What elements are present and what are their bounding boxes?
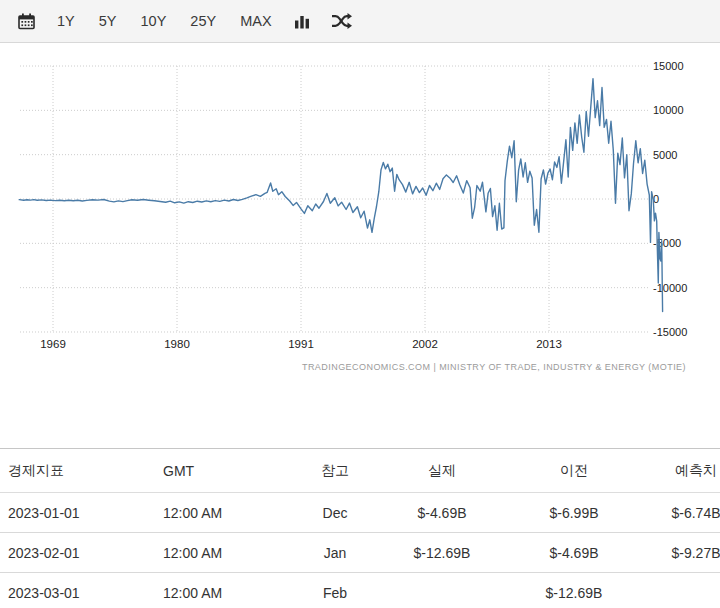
cell-gmt: 12:00 AM: [149, 533, 294, 573]
header-actual: 실제: [376, 449, 508, 493]
x-axis-tick: 1980: [164, 338, 190, 350]
cell-actual: [376, 573, 508, 608]
cell-previous: $-6.99B: [508, 493, 640, 533]
cell-previous: $-12.69B: [508, 573, 640, 608]
header-previous: 이전: [508, 449, 640, 493]
x-axis-tick: 1969: [40, 338, 66, 350]
header-reference: 참고: [294, 449, 376, 493]
x-axis-tick: 2002: [412, 338, 438, 350]
chart-type-button[interactable]: [284, 8, 321, 35]
range-button-5y[interactable]: 5Y: [87, 8, 129, 35]
cell-gmt: 12:00 AM: [149, 493, 294, 533]
bar-chart-icon: [294, 14, 311, 29]
economic-calendar-table: 경제지표 GMT 참고 실제 이전 예측치 2023-01-0112:00 AM…: [0, 448, 720, 608]
cell-reference: Jan: [294, 533, 376, 573]
header-gmt: GMT: [149, 449, 294, 493]
cell-forecast: [640, 573, 720, 608]
compare-button[interactable]: [321, 7, 362, 35]
calendar-icon: [18, 13, 35, 30]
cell-actual: $-4.69B: [376, 493, 508, 533]
cell-reference: Feb: [294, 573, 376, 608]
chart-toolbar: 1Y 5Y 10Y 25Y MAX: [0, 0, 720, 43]
y-axis-tick: 15000: [653, 60, 684, 72]
range-button-10y[interactable]: 10Y: [129, 8, 179, 35]
cell-date: 2023-03-01: [0, 573, 149, 608]
table-row[interactable]: 2023-02-0112:00 AMJan$-12.69B$-4.69B$-9.…: [0, 533, 720, 573]
cell-previous: $-4.69B: [508, 533, 640, 573]
cell-date: 2023-01-01: [0, 493, 149, 533]
x-axis-tick: 1991: [288, 338, 314, 350]
y-axis-tick: -15000: [653, 326, 687, 338]
header-forecast: 예측치: [640, 449, 720, 493]
cell-forecast: $-6.74B: [640, 493, 720, 533]
cell-date: 2023-02-01: [0, 533, 149, 573]
range-button-25y[interactable]: 25Y: [178, 8, 228, 35]
table-row[interactable]: 2023-03-0112:00 AMFeb$-12.69B: [0, 573, 720, 608]
range-button-max[interactable]: MAX: [228, 8, 283, 35]
cell-gmt: 12:00 AM: [149, 573, 294, 608]
chart-attribution: TRADINGECONOMICS.COM | MINISTRY OF TRADE…: [0, 360, 720, 378]
y-axis-tick: 5000: [653, 149, 677, 161]
range-button-1y[interactable]: 1Y: [45, 8, 87, 35]
shuffle-icon: [331, 13, 352, 29]
trade-balance-chart: 150001000050000-5000-10000-1500019691980…: [0, 50, 720, 360]
cell-reference: Dec: [294, 493, 376, 533]
x-axis-tick: 2013: [536, 338, 562, 350]
cell-actual: $-12.69B: [376, 533, 508, 573]
cell-forecast: $-9.27B: [640, 533, 720, 573]
header-indicator: 경제지표: [0, 449, 149, 493]
y-axis-tick: 10000: [653, 104, 684, 116]
table-row[interactable]: 2023-01-0112:00 AMDec$-4.69B$-6.99B$-6.7…: [0, 493, 720, 533]
chart-container: 150001000050000-5000-10000-1500019691980…: [0, 50, 720, 378]
table-header-row: 경제지표 GMT 참고 실제 이전 예측치: [0, 449, 720, 493]
calendar-button[interactable]: [8, 7, 45, 36]
trade-balance-line: [19, 79, 662, 312]
